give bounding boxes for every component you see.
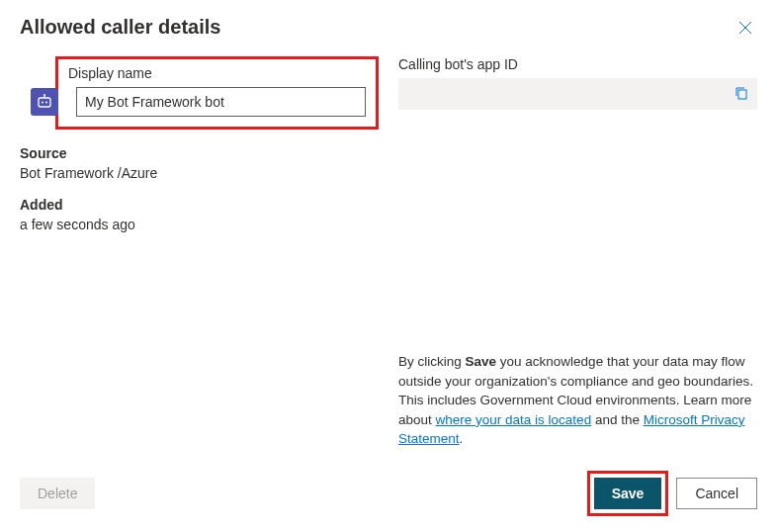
display-name-highlight: Display name [55, 56, 379, 130]
cancel-button[interactable]: Cancel [676, 478, 757, 509]
save-button[interactable]: Save [594, 478, 662, 509]
disclosure-period: . [460, 431, 464, 446]
display-name-input[interactable] [76, 87, 366, 117]
panel-content: Display name Source Bot Framework /Azure… [20, 56, 757, 453]
app-id-value [398, 78, 726, 110]
source-value: Bot Framework /Azure [20, 165, 379, 181]
panel-header: Allowed caller details [20, 16, 757, 43]
delete-button[interactable]: Delete [20, 478, 95, 509]
data-location-link[interactable]: where your data is located [436, 412, 592, 427]
allowed-caller-details-panel: Allowed caller details Display name [0, 0, 777, 532]
disclosure-between: and the [591, 412, 644, 427]
svg-point-4 [43, 94, 45, 96]
svg-rect-0 [39, 98, 50, 107]
display-name-label: Display name [68, 65, 366, 81]
disclosure-save-word: Save [466, 354, 497, 369]
save-button-highlight: Save [587, 471, 669, 516]
close-button[interactable] [734, 16, 757, 43]
added-label: Added [20, 197, 379, 213]
disclosure-pre: By clicking [398, 354, 466, 369]
source-label: Source [20, 145, 379, 161]
added-value: a few seconds ago [20, 217, 379, 232]
close-icon [737, 24, 753, 39]
bot-icon [31, 88, 58, 116]
copy-app-id-button[interactable] [726, 78, 757, 110]
svg-rect-5 [738, 90, 746, 99]
panel-title: Allowed caller details [20, 16, 220, 39]
svg-point-2 [45, 102, 47, 104]
disclosure-text: By clicking Save you acknowledge that yo… [398, 352, 757, 453]
right-column: Calling bot's app ID By clicking Save yo… [398, 56, 757, 453]
app-id-label: Calling bot's app ID [398, 56, 757, 72]
left-column: Display name Source Bot Framework /Azure… [20, 56, 379, 453]
svg-point-1 [42, 102, 43, 104]
copy-icon [734, 85, 749, 104]
panel-footer: Delete Save Cancel [20, 453, 757, 516]
